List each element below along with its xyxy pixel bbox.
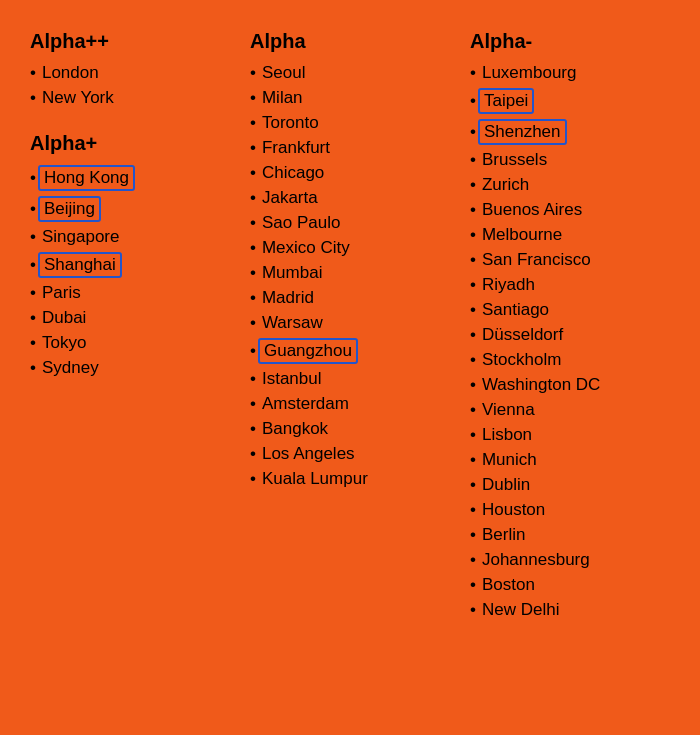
list-item: Luxembourg bbox=[470, 63, 670, 83]
column-col1: Alpha++LondonNew YorkAlpha+Hong KongBeij… bbox=[20, 30, 240, 402]
list-item: Dublin bbox=[470, 475, 670, 495]
city-name: Chicago bbox=[262, 163, 324, 183]
city-name: London bbox=[42, 63, 99, 83]
city-name: Riyadh bbox=[482, 275, 535, 295]
list-item: Beijing bbox=[30, 196, 230, 222]
list-item: Shanghai bbox=[30, 252, 230, 278]
list-item: Istanbul bbox=[250, 369, 450, 389]
city-name: Brussels bbox=[482, 150, 547, 170]
city-name-highlighted: Guangzhou bbox=[258, 338, 358, 364]
city-name: Dubai bbox=[42, 308, 86, 328]
city-name: Sao Paulo bbox=[262, 213, 340, 233]
city-name: Düsseldorf bbox=[482, 325, 563, 345]
city-name: Singapore bbox=[42, 227, 120, 247]
city-name: Luxembourg bbox=[482, 63, 577, 83]
list-item: Shenzhen bbox=[470, 119, 670, 145]
list-item: Kuala Lumpur bbox=[250, 469, 450, 489]
city-name-highlighted: Hong Kong bbox=[38, 165, 135, 191]
list-item: Berlin bbox=[470, 525, 670, 545]
list-item: Hong Kong bbox=[30, 165, 230, 191]
city-name: New Delhi bbox=[482, 600, 559, 620]
list-item: Johannesburg bbox=[470, 550, 670, 570]
list-item: Washington DC bbox=[470, 375, 670, 395]
city-name: Mumbai bbox=[262, 263, 322, 283]
city-list: LuxembourgTaipeiShenzhenBrusselsZurichBu… bbox=[470, 63, 670, 620]
list-item: Bangkok bbox=[250, 419, 450, 439]
city-name: Munich bbox=[482, 450, 537, 470]
city-name: Amsterdam bbox=[262, 394, 349, 414]
list-item: Milan bbox=[250, 88, 450, 108]
city-name: Paris bbox=[42, 283, 81, 303]
list-item: Mumbai bbox=[250, 263, 450, 283]
list-item: Lisbon bbox=[470, 425, 670, 445]
city-name: Washington DC bbox=[482, 375, 600, 395]
city-name: Tokyo bbox=[42, 333, 86, 353]
list-item: Frankfurt bbox=[250, 138, 450, 158]
section: Alpha++LondonNew York bbox=[30, 30, 230, 108]
column-col2: AlphaSeoulMilanTorontoFrankfurtChicagoJa… bbox=[240, 30, 460, 513]
list-item: Madrid bbox=[250, 288, 450, 308]
list-item: Mexico City bbox=[250, 238, 450, 258]
list-item: Dubai bbox=[30, 308, 230, 328]
city-name: Mexico City bbox=[262, 238, 350, 258]
city-name: Lisbon bbox=[482, 425, 532, 445]
city-name: Dublin bbox=[482, 475, 530, 495]
section: Alpha-LuxembourgTaipeiShenzhenBrusselsZu… bbox=[470, 30, 670, 620]
list-item: New Delhi bbox=[470, 600, 670, 620]
city-name: Sydney bbox=[42, 358, 99, 378]
list-item: Sao Paulo bbox=[250, 213, 450, 233]
list-item: Toronto bbox=[250, 113, 450, 133]
city-name: Jakarta bbox=[262, 188, 318, 208]
city-name: Warsaw bbox=[262, 313, 323, 333]
section: Alpha+Hong KongBeijingSingaporeShanghaiP… bbox=[30, 132, 230, 378]
city-name: Johannesburg bbox=[482, 550, 590, 570]
city-name: Frankfurt bbox=[262, 138, 330, 158]
city-name: Seoul bbox=[262, 63, 305, 83]
list-item: Munich bbox=[470, 450, 670, 470]
city-name: Stockholm bbox=[482, 350, 561, 370]
city-name: Houston bbox=[482, 500, 545, 520]
city-name: Zurich bbox=[482, 175, 529, 195]
list-item: Paris bbox=[30, 283, 230, 303]
list-item: Santiago bbox=[470, 300, 670, 320]
list-item: Melbourne bbox=[470, 225, 670, 245]
list-item: Stockholm bbox=[470, 350, 670, 370]
city-list: SeoulMilanTorontoFrankfurtChicagoJakarta… bbox=[250, 63, 450, 489]
city-name: San Francisco bbox=[482, 250, 591, 270]
city-name-highlighted: Taipei bbox=[478, 88, 534, 114]
list-item: Sydney bbox=[30, 358, 230, 378]
list-item: Vienna bbox=[470, 400, 670, 420]
main-columns: Alpha++LondonNew YorkAlpha+Hong KongBeij… bbox=[20, 30, 680, 644]
list-item: London bbox=[30, 63, 230, 83]
list-item: Seoul bbox=[250, 63, 450, 83]
city-name: Buenos Aires bbox=[482, 200, 582, 220]
city-name-highlighted: Shenzhen bbox=[478, 119, 567, 145]
list-item: Taipei bbox=[470, 88, 670, 114]
column-col3: Alpha-LuxembourgTaipeiShenzhenBrusselsZu… bbox=[460, 30, 680, 644]
list-item: Buenos Aires bbox=[470, 200, 670, 220]
section-title: Alpha+ bbox=[30, 132, 230, 155]
list-item: Zurich bbox=[470, 175, 670, 195]
list-item: Amsterdam bbox=[250, 394, 450, 414]
city-name: Toronto bbox=[262, 113, 319, 133]
city-name-highlighted: Beijing bbox=[38, 196, 101, 222]
list-item: Brussels bbox=[470, 150, 670, 170]
city-name: Istanbul bbox=[262, 369, 322, 389]
section-title: Alpha- bbox=[470, 30, 670, 53]
list-item: Guangzhou bbox=[250, 338, 450, 364]
city-name: Los Angeles bbox=[262, 444, 355, 464]
city-list: LondonNew York bbox=[30, 63, 230, 108]
list-item: Warsaw bbox=[250, 313, 450, 333]
list-item: Houston bbox=[470, 500, 670, 520]
list-item: San Francisco bbox=[470, 250, 670, 270]
city-name: Milan bbox=[262, 88, 303, 108]
list-item: Düsseldorf bbox=[470, 325, 670, 345]
list-item: Riyadh bbox=[470, 275, 670, 295]
section: AlphaSeoulMilanTorontoFrankfurtChicagoJa… bbox=[250, 30, 450, 489]
list-item: Tokyo bbox=[30, 333, 230, 353]
city-name: Boston bbox=[482, 575, 535, 595]
city-name: New York bbox=[42, 88, 114, 108]
section-title: Alpha bbox=[250, 30, 450, 53]
city-name: Bangkok bbox=[262, 419, 328, 439]
list-item: Singapore bbox=[30, 227, 230, 247]
